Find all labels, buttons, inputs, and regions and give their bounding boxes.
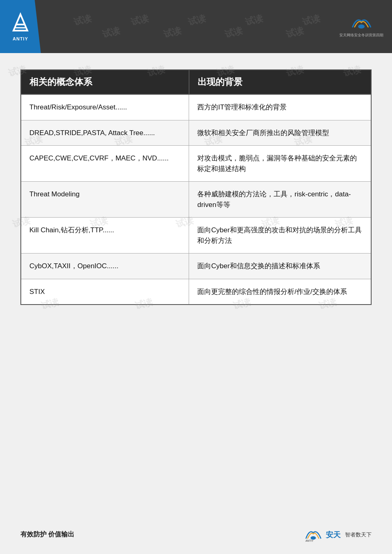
- svg-text:ANTIY: ANTIY: [305, 540, 314, 542]
- table-cell-right: 面向Cyber和信息交换的描述和标准体系: [189, 254, 371, 279]
- svg-point-3: [358, 24, 365, 29]
- footer-logo-area: ANTIY 安天 智者数天下: [304, 527, 372, 542]
- table-cell-left: Kill Chain,钻石分析,TTP......: [21, 218, 189, 254]
- table-row: Threat Modeling各种威胁建模的方法论，工具，risk-centri…: [21, 182, 371, 218]
- header-wm-2: 试读: [129, 12, 150, 29]
- brand-tagline: 安天网络安全冬训营第四期: [339, 33, 383, 38]
- svg-point-4: [311, 536, 316, 540]
- table-cell-right: 面向更完整的综合性的情报分析/作业/交换的体系: [189, 279, 371, 305]
- footer-logo-text: 安天: [326, 530, 341, 540]
- table-cell-right: 微软和相关安全厂商所推出的风险管理模型: [189, 120, 371, 146]
- header-wm-10: 试读: [285, 24, 305, 41]
- concept-table: 相关的概念体系 出现的背景 Threat/Risk/Exposure/Asset…: [20, 69, 372, 305]
- table-cell-left: CybOX,TAXII，OpenIOC......: [21, 254, 189, 279]
- table-header-row: 相关的概念体系 出现的背景: [21, 70, 371, 94]
- table-cell-left: Threat Modeling: [21, 182, 189, 218]
- table-cell-right: 对攻击模式，脆弱点，漏洞等各种基础的安全元素的标定和描述结构: [189, 146, 371, 182]
- logo-box: ANTIY: [0, 0, 41, 53]
- table-cell-right: 各种威胁建模的方法论，工具，risk-centric，data-driven等等: [189, 182, 371, 218]
- table-cell-left: STIX: [21, 279, 189, 305]
- table-row: CAPEC,CWE,CVE,CVRF，MAEC，NVD......对攻击模式，脆…: [21, 146, 371, 182]
- header-wm-9: 试读: [223, 24, 244, 41]
- header-wm-7: 试读: [101, 24, 121, 41]
- table-row: Kill Chain,钻石分析,TTP......面向Cyber和更高强度的攻击…: [21, 218, 371, 254]
- table-cell-left: CAPEC,CWE,CVE,CVRF，MAEC，NVD......: [21, 146, 189, 182]
- table-cell-left: DREAD,STRIDE,PASTA, Attack Tree......: [21, 120, 189, 146]
- header-wm-1: 试读: [72, 12, 93, 29]
- footer-brand-icon: ANTIY: [304, 527, 323, 542]
- brand-logo-icon: [350, 15, 373, 31]
- table-cell-right: 西方的IT管理和标准化的背景: [189, 94, 371, 120]
- footer-tagline: 有效防护 价值输出: [20, 530, 74, 539]
- col2-header: 出现的背景: [189, 70, 371, 94]
- table-cell-right: 面向Cyber和更高强度的攻击和对抗的场景的分析工具和分析方法: [189, 218, 371, 254]
- header-wm-4: 试读: [244, 12, 264, 29]
- header-wm-5: 试读: [301, 12, 321, 29]
- table-cell-left: Threat/Risk/Exposure/Asset......: [21, 94, 189, 120]
- table-row: STIX面向更完整的综合性的情报分析/作业/交换的体系: [21, 279, 371, 305]
- header-right-logo: 安天网络安全冬训营第四期: [337, 10, 386, 43]
- antiy-logo-icon: [9, 12, 32, 35]
- logo-text: ANTIY: [13, 36, 28, 41]
- footer-logo-sub: 智者数天下: [345, 531, 372, 538]
- col1-header: 相关的概念体系: [21, 70, 189, 94]
- header: ANTIY 试读 试读 试读 试读 试读 试读 试读 试读 试读 试读 试读 安…: [0, 0, 392, 53]
- table-row: CybOX,TAXII，OpenIOC......面向Cyber和信息交换的描述…: [21, 254, 371, 279]
- header-wm-8: 试读: [162, 24, 183, 41]
- footer: 有效防护 价值输出 ANTIY 安天 智者数天下: [0, 527, 392, 542]
- footer-logo: ANTIY 安天 智者数天下: [304, 527, 372, 542]
- table-row: DREAD,STRIDE,PASTA, Attack Tree......微软和…: [21, 120, 371, 146]
- table-row: Threat/Risk/Exposure/Asset......西方的IT管理和…: [21, 94, 371, 120]
- header-wm-3: 试读: [187, 12, 207, 29]
- main-content: 试读 试读 试读 试读 试读 试读 试读 试读 试读 试读 试读 试读 试读 试…: [0, 53, 392, 321]
- header-watermark-area: 试读 试读 试读 试读 试读 试读 试读 试读 试读 试读 试读: [41, 0, 337, 53]
